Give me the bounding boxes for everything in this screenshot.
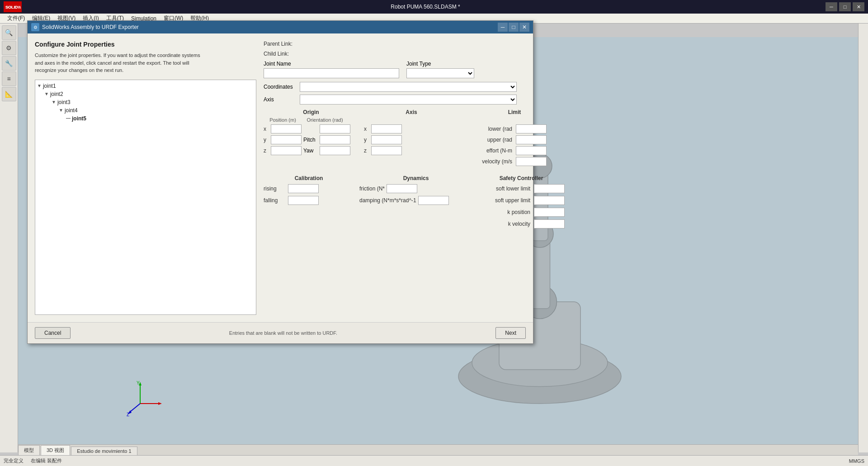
sidebar-tool-icon[interactable]: 🔧: [2, 56, 16, 71]
statusbar-status: 完全定义: [4, 457, 24, 464]
dialog-titlebar: ⚙ SolidWorks Assembly to URDF Exporter ─…: [28, 21, 533, 33]
dialog-left-panel: Configure Joint Properties Customize the…: [35, 41, 256, 315]
dynamics-column: Dynamics friction (N* damping (N*m*s*rad…: [359, 175, 472, 231]
titlebar-controls: ─ □ ✕: [826, 2, 864, 11]
dialog-close-button[interactable]: ✕: [519, 23, 529, 32]
tree-dash-joint5: —: [66, 116, 71, 121]
axis-row: Axis: [264, 95, 565, 105]
tree-label-joint2: joint2: [50, 91, 63, 97]
limit-velocity-input[interactable]: [516, 157, 547, 166]
position-subheader: Position (m): [264, 117, 302, 123]
close-button[interactable]: ✕: [853, 2, 864, 11]
cancel-button[interactable]: Cancel: [35, 327, 71, 339]
sw-logo: SOLID SOLIDWORKS: [4, 1, 22, 12]
sidebar-measure-icon[interactable]: 📐: [2, 87, 16, 101]
axis-y-input[interactable]: [371, 135, 402, 144]
dialog-minimize-button[interactable]: ─: [498, 23, 508, 32]
joint-type-label: Joint Type: [406, 61, 474, 67]
sidebar-layers-icon[interactable]: ≡: [2, 71, 16, 86]
soft-upper-row: soft upper limit: [478, 196, 565, 205]
calibration-column: Calibration rising falling: [264, 175, 354, 231]
menu-file[interactable]: 文件(F): [4, 14, 28, 23]
axis-section-header: Axis: [364, 109, 459, 115]
origin-y-pos-input[interactable]: [271, 135, 302, 144]
child-link-label: Child Link:: [264, 51, 304, 57]
k-velocity-input[interactable]: [534, 219, 565, 228]
minimize-button[interactable]: ─: [826, 2, 837, 11]
rising-input[interactable]: [288, 184, 319, 193]
joint-name-input[interactable]: [264, 68, 399, 78]
falling-input[interactable]: [288, 196, 319, 205]
limit-lower-input[interactable]: [516, 124, 547, 133]
calibration-header: Calibration: [264, 175, 354, 181]
statusbar-units: MMGS: [849, 458, 864, 464]
joint-type-select[interactable]: [406, 68, 474, 78]
tab-motion[interactable]: Estudio de movimiento 1: [71, 447, 137, 455]
soft-lower-input[interactable]: [534, 184, 565, 193]
roll-input[interactable]: [320, 124, 350, 133]
axis-x-input[interactable]: [371, 124, 402, 133]
damping-label: damping (N*m*s*rad^-1: [359, 197, 416, 204]
origin-z-label: z: [264, 147, 269, 154]
axis-select[interactable]: [300, 95, 517, 105]
soft-upper-input[interactable]: [534, 196, 565, 205]
axis-x-row: x: [364, 124, 459, 133]
dialog-title: SolidWorks Assembly to URDF Exporter: [42, 24, 498, 30]
dialog-maximize-button[interactable]: □: [509, 23, 519, 32]
limit-header: Limit: [464, 109, 565, 115]
joint-name-label: Joint Name: [264, 61, 399, 67]
limit-spacer: [464, 117, 565, 124]
friction-input[interactable]: [387, 184, 417, 193]
svg-text:SOLIDWORKS: SOLIDWORKS: [5, 5, 21, 10]
origin-y-row: y Pitch: [264, 135, 359, 144]
statusbar-edit: 在编辑 装配件: [31, 457, 62, 464]
tree-label-joint4: joint4: [65, 107, 78, 114]
origin-z-pos-input[interactable]: [271, 146, 302, 155]
origin-subheaders: Position (m) Orientation (rad): [264, 117, 359, 124]
parent-link-label: Parent Link:: [264, 41, 304, 47]
tree-item-joint3[interactable]: ▼ joint3: [37, 98, 254, 106]
k-position-input[interactable]: [534, 208, 565, 217]
limit-lower-row: lower (rad: [464, 124, 565, 133]
limit-column: Limit lower (rad upper (rad effort (N-m: [464, 109, 565, 168]
axis-z-input[interactable]: [371, 146, 402, 155]
dialog-body: Configure Joint Properties Customize the…: [28, 33, 533, 322]
origin-x-label: x: [264, 126, 269, 132]
limit-lower-label: lower (rad: [464, 126, 514, 132]
origin-x-pos-input[interactable]: [271, 124, 302, 133]
tree-item-joint4[interactable]: ▼ joint4: [37, 106, 254, 114]
tree-item-joint1[interactable]: ▼ joint1: [37, 82, 254, 90]
limit-upper-input[interactable]: [516, 135, 547, 144]
sidebar-inspect-icon[interactable]: 🔍: [2, 25, 16, 40]
next-button[interactable]: Next: [495, 327, 526, 339]
pitch-input[interactable]: [320, 135, 350, 144]
sidebar-gear-icon[interactable]: ⚙: [2, 41, 16, 55]
k-position-row: k position: [478, 208, 565, 217]
titlebar-title: Robot PUMA 560.SLDASM *: [25, 4, 826, 10]
joint-tree[interactable]: ▼ joint1 ▼ joint2 ▼ joint3 ▼ joint4: [35, 80, 256, 315]
origin-header: Origin: [264, 109, 359, 115]
coordinates-select[interactable]: [300, 82, 517, 92]
damping-row: damping (N*m*s*rad^-1: [359, 196, 472, 205]
rising-label: rising: [264, 185, 286, 192]
tab-3dview[interactable]: 3D 视图: [41, 445, 70, 455]
rising-row: rising: [264, 184, 354, 193]
tree-item-joint2[interactable]: ▼ joint2: [37, 90, 254, 98]
yaw-input[interactable]: [320, 146, 350, 155]
joint-name-group: Joint Name: [264, 61, 399, 78]
maximize-button[interactable]: □: [839, 2, 851, 11]
svg-text:Y: Y: [137, 381, 140, 385]
joint-name-type-row: Joint Name Joint Type: [264, 61, 565, 78]
section-title: Configure Joint Properties: [35, 41, 256, 48]
tree-item-joint5[interactable]: — joint5: [37, 114, 254, 123]
coordinates-row: Coordinates: [264, 82, 565, 92]
safety-column: Safety Controller soft lower limit soft …: [478, 175, 565, 231]
limit-effort-input[interactable]: [516, 146, 547, 155]
limit-velocity-label: velocity (m/s: [464, 158, 514, 165]
limit-effort-label: effort (N-m: [464, 147, 514, 154]
bottom-three-col: Calibration rising falling Dynamics fric…: [264, 175, 565, 231]
damping-input[interactable]: [418, 196, 449, 205]
tree-expand-joint3: ▼: [52, 100, 56, 105]
limit-effort-row: effort (N-m: [464, 146, 565, 155]
tab-model[interactable]: 模型: [18, 445, 40, 455]
